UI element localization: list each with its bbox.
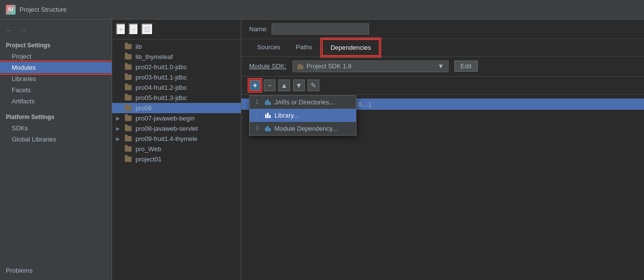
module-icon — [265, 126, 271, 131]
file-item-pro08[interactable]: ▶ pro08-javaweb-servlet — [112, 123, 241, 134]
dropdown-num: 1 — [255, 99, 261, 105]
file-item-label: pro02-fruit1.0-jdbc — [136, 63, 187, 71]
expand-arrow: ▶ — [116, 116, 122, 121]
sdk-value: Project SDK 1.8 — [307, 62, 352, 70]
file-item-label: lib_thymeleaf — [136, 53, 173, 60]
right-panel: Name: pro06 Sources Paths Dependencies M… — [241, 20, 644, 280]
file-item-label: pro08-javaweb-servlet — [136, 125, 198, 132]
dropdown-item-label: JARs or Directories... — [274, 99, 334, 106]
svg-rect-0 — [297, 65, 303, 69]
dropdown-num: 2 — [255, 112, 261, 119]
copy-module-button[interactable]: ⊡ — [141, 23, 153, 35]
file-item-pro09[interactable]: ▶ pro09-fruit1.4-thymele — [112, 134, 241, 144]
folder-icon — [125, 54, 132, 60]
file-toolbar: + − ⊡ — [112, 20, 241, 40]
back-button[interactable]: ← — [4, 25, 15, 35]
title-bar-text: Project Structure — [20, 6, 67, 13]
tab-dependencies[interactable]: Dependencies — [322, 39, 380, 56]
name-label: Name: — [249, 25, 268, 33]
platform-settings-header: Platform Settings — [0, 111, 112, 122]
file-item-label: lib — [136, 43, 142, 50]
svg-rect-1 — [298, 64, 301, 65]
sdk-dropdown-icon: ▼ — [428, 62, 444, 70]
move-up-button[interactable]: ▲ — [278, 80, 290, 91]
folder-icon — [125, 75, 132, 80]
dropdown-item-module-dependency[interactable]: 3 Module Dependency... — [250, 122, 356, 135]
app-icon: IU — [6, 5, 16, 15]
file-item-lib-thymeleaf[interactable]: lib_thymeleaf — [112, 52, 241, 62]
tabs-row: Sources Paths Dependencies — [241, 39, 644, 57]
dropdown-num: 3 — [255, 125, 261, 132]
sidebar-item-project[interactable]: Project — [0, 51, 112, 62]
tab-sources[interactable]: Sources — [249, 40, 288, 56]
folder-icon — [125, 64, 132, 70]
edit-dependency-button[interactable]: ✎ — [308, 80, 319, 91]
sidebar-item-problems[interactable]: Problems — [0, 265, 112, 276]
jars-icon — [265, 100, 271, 105]
dependency-dropdown: 1 JARs or Directories... 2 Lib — [249, 95, 356, 136]
folder-icon — [125, 126, 132, 131]
project-settings-header: Project Settings — [0, 39, 112, 51]
add-dependency-button[interactable]: + — [249, 80, 261, 91]
sidebar-item-libraries[interactable]: Libraries — [0, 73, 112, 84]
sdk-row: Module SDK: Project SDK 1.8 ▼ Edit — [241, 57, 644, 77]
sdk-icon — [297, 62, 304, 70]
file-item-label: pro04-fruit1.2-jdbc — [136, 84, 187, 91]
dropdown-item-label: Library... — [274, 112, 299, 119]
move-down-button[interactable]: ▼ — [293, 80, 305, 91]
sidebar-item-global-libraries[interactable]: Global Libraries — [0, 134, 112, 145]
folder-icon — [125, 116, 132, 121]
file-item-pro04[interactable]: pro04-fruit1.2-jdbc — [112, 82, 241, 93]
file-item-pro03[interactable]: pro03-fruit1.1-jdbc — [112, 72, 241, 82]
remove-dependency-button[interactable]: − — [264, 80, 275, 91]
file-item-label: pro05-fruit1.3-jdbc — [136, 94, 187, 101]
forward-button[interactable]: → — [19, 25, 29, 35]
name-row: Name: pro06 — [241, 20, 644, 39]
folder-icon — [125, 146, 132, 152]
folder-icon — [125, 44, 132, 49]
expand-arrow: ▶ — [116, 136, 122, 141]
file-item-label: pro03-fruit1.1-jdbc — [136, 74, 187, 81]
file-item-pro05[interactable]: pro05-fruit1.3-jdbc — [112, 93, 241, 103]
file-item-label: pro09-fruit1.4-thymele — [136, 135, 197, 142]
sidebar-item-sdks[interactable]: SDKs — [0, 122, 112, 134]
folder-icon — [125, 105, 132, 111]
sidebar: ← → Project Settings Project Modules Lib… — [0, 20, 112, 280]
add-module-button[interactable]: + — [116, 23, 126, 35]
main-container: ← → Project Settings Project Modules Lib… — [0, 20, 644, 280]
dropdown-item-jars[interactable]: 1 JARs or Directories... — [250, 96, 356, 109]
file-item-pro06[interactable]: pro06 — [112, 103, 241, 113]
file-item-lib[interactable]: lib — [112, 41, 241, 52]
file-item-project01[interactable]: project01 — [112, 154, 241, 164]
expand-arrow: ▶ — [116, 126, 122, 131]
sidebar-item-artifacts[interactable]: Artifacts — [0, 96, 112, 107]
nav-bar: ← → — [0, 23, 112, 39]
file-item-label: pro_Web — [136, 145, 161, 153]
title-bar: IU Project Structure — [0, 0, 644, 20]
library-icon — [265, 113, 271, 118]
file-panel: + − ⊡ lib lib_thymeleaf pro02-fruit1.0-j… — [112, 20, 241, 280]
sidebar-item-modules[interactable]: Modules — [0, 62, 112, 73]
name-input[interactable]: pro06 — [272, 23, 369, 35]
file-item-pro07[interactable]: ▶ pro07-javaweb-begin — [112, 113, 241, 123]
sdk-label: Module SDK: — [249, 62, 287, 70]
file-item-label: project01 — [136, 156, 161, 163]
sdk-select[interactable]: Project SDK 1.8 ▼ — [293, 60, 449, 72]
dropdown-item-label: Module Dependency... — [274, 125, 337, 132]
folder-icon — [125, 95, 132, 100]
section-divider — [0, 107, 112, 111]
file-item-pro02[interactable]: pro02-fruit1.0-jdbc — [112, 62, 241, 72]
file-item-pro-web[interactable]: pro_Web — [112, 144, 241, 154]
folder-icon — [125, 136, 132, 141]
folder-icon — [125, 157, 132, 162]
sdk-edit-button[interactable]: Edit — [454, 60, 478, 72]
tab-paths[interactable]: Paths — [288, 40, 320, 56]
file-item-label: pro07-javaweb-begin — [136, 115, 195, 122]
deps-toolbar: + − ▲ ▼ ✎ 1 JARs or Directories... 2 — [241, 77, 644, 95]
dropdown-item-library[interactable]: 2 Library... — [250, 109, 356, 122]
remove-module-button[interactable]: − — [129, 23, 138, 35]
file-item-label: pro06 — [136, 104, 152, 112]
sidebar-item-facets[interactable]: Facets — [0, 84, 112, 96]
folder-icon — [125, 85, 132, 90]
file-tree: lib lib_thymeleaf pro02-fruit1.0-jdbc pr… — [112, 40, 241, 280]
